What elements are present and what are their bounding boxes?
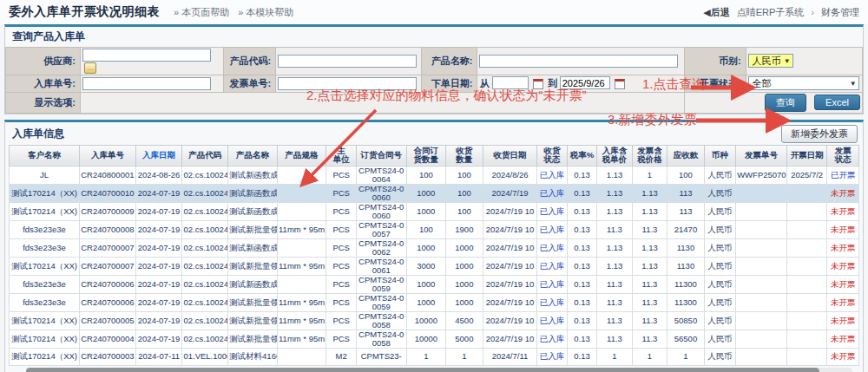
- table-row[interactable]: fds3e23e3eCR2407000072024-07-1902.cs.100…: [10, 238, 859, 257]
- table-cell: 已入库: [537, 348, 567, 365]
- excel-button[interactable]: Excel: [814, 95, 860, 110]
- column-header[interactable]: 入库含 税单价: [597, 145, 632, 166]
- column-header[interactable]: 入库日期: [135, 145, 182, 166]
- column-header[interactable]: 税率%: [567, 145, 596, 166]
- column-header[interactable]: 开票日期: [786, 145, 827, 166]
- column-header[interactable]: 合同订 货数量: [406, 145, 446, 166]
- add-outsourced-invoice-button[interactable]: 新增委外发票: [781, 125, 858, 143]
- table-row[interactable]: 测试170214（XX)CR2407000102024-07-1902.cs.1…: [10, 184, 859, 202]
- page-help-link[interactable]: » 本页面帮助: [174, 6, 229, 19]
- table-cell: 0.13: [567, 202, 596, 220]
- chevron-down-icon: ▼: [784, 57, 791, 65]
- table-row[interactable]: 测试170214（XX)CR2407000042024-07-1902.cs.1…: [10, 330, 859, 348]
- lookup-icon[interactable]: …: [84, 62, 96, 74]
- column-header[interactable]: 收货日期: [483, 145, 537, 166]
- column-header[interactable]: 收货 数量: [446, 145, 483, 166]
- table-cell: 2024/7/19 10: [483, 257, 537, 275]
- table-cell: 人民币: [704, 330, 735, 348]
- table-cell: 1: [597, 348, 632, 365]
- table-cell: 测试新批量领: [228, 220, 278, 238]
- table-cell: [736, 257, 787, 275]
- table-cell: [736, 275, 787, 293]
- table-cell: 2024-07-19: [135, 202, 182, 220]
- table-cell: 02.cs.100241: [182, 275, 228, 293]
- table-cell: 2024-07-19: [135, 330, 182, 348]
- horizontal-scrollbar[interactable]: [26, 368, 852, 372]
- table-cell: 已入库: [537, 202, 567, 220]
- breadcrumb-system[interactable]: 点睛ERP子系统: [737, 6, 805, 19]
- inbound-no-input[interactable]: [82, 77, 211, 90]
- table-cell: 未开票: [827, 184, 859, 202]
- table-cell: 4500: [446, 311, 483, 330]
- table-cell: 人民币: [704, 275, 735, 293]
- annotation-step2: 2.点击选择对应的物料信息，确认状态为“未开票”: [306, 88, 587, 104]
- column-header[interactable]: 发票 状态: [827, 145, 859, 166]
- table-row[interactable]: JLCR2408000012024-08-2602.cs.100241测试新函数…: [10, 166, 859, 184]
- table-cell: 1: [632, 166, 667, 184]
- module-help-link[interactable]: » 本模块帮助: [238, 6, 293, 19]
- table-cell: 1.13: [597, 238, 632, 257]
- supplier-input[interactable]: [82, 49, 211, 62]
- column-header[interactable]: 产品代码: [182, 145, 228, 166]
- table-cell: 5000: [446, 330, 483, 348]
- table-cell: 未开票: [827, 275, 859, 293]
- product-name-input[interactable]: [479, 55, 678, 68]
- back-button[interactable]: ◀后退: [703, 6, 729, 19]
- table-row[interactable]: fds3e23e3eCR2407000082024-07-1902.cs.100…: [10, 220, 859, 238]
- product-code-input[interactable]: [278, 55, 416, 68]
- table-cell: [277, 202, 326, 220]
- table-cell: 未开票: [827, 330, 859, 348]
- table-cell: 2024-08-26: [135, 166, 182, 184]
- column-header[interactable]: 应收款: [667, 145, 705, 166]
- table-cell: 1: [446, 348, 483, 365]
- table-cell: 1.13: [597, 184, 632, 202]
- column-header[interactable]: 币种: [704, 145, 735, 166]
- table-cell: 11mm * 95m: [277, 220, 326, 238]
- search-button[interactable]: 查询: [765, 94, 806, 112]
- column-header[interactable]: 发票含 税价格: [632, 145, 667, 166]
- table-cell: [277, 275, 326, 293]
- table-cell: 11.3: [597, 275, 632, 293]
- table-cell: 人民币: [704, 202, 735, 220]
- scrollbar-thumb[interactable]: [26, 368, 819, 372]
- table-row[interactable]: 测试170214（XX)CR2407000092024-07-1902.cs.1…: [10, 202, 859, 220]
- table-cell: fds3e23e3e: [10, 275, 80, 293]
- column-header[interactable]: 订货合同号: [356, 145, 406, 166]
- currency-select[interactable]: 人民币 ▼: [748, 54, 793, 68]
- annotation-step1: 1.点击查询: [642, 76, 706, 93]
- table-cell: 0.13: [567, 257, 596, 275]
- table-cell: 测试新批量领: [228, 293, 278, 311]
- column-header[interactable]: 主 单位: [326, 145, 356, 166]
- column-header[interactable]: 产品名称: [228, 145, 278, 166]
- table-row[interactable]: fds3e23e3eCR2407000062024-07-1902.cs.100…: [10, 293, 859, 311]
- column-header[interactable]: 发票单号: [736, 145, 787, 166]
- breadcrumb-module[interactable]: 财务管理: [821, 6, 859, 19]
- column-header[interactable]: 入库单号: [79, 145, 135, 166]
- column-header[interactable]: 收货 状态: [537, 145, 567, 166]
- table-cell: PCS: [326, 166, 356, 184]
- inbound-table: 客户名称入库单号入库日期产品代码产品名称产品规格主 单位订货合同号合同订 货数量…: [9, 145, 859, 366]
- column-header[interactable]: 产品规格: [277, 145, 326, 166]
- table-cell: PCS: [326, 293, 356, 311]
- table-row[interactable]: 测试170214（XX)CR2407000052024-07-1902.cs.1…: [10, 311, 859, 330]
- invoice-status-select[interactable]: 全部 ▼: [748, 76, 859, 90]
- table-cell: 已入库: [537, 311, 567, 330]
- table-cell: M2: [326, 348, 356, 365]
- inbound-no-label: 入库单号:: [6, 75, 81, 92]
- table-row[interactable]: 测试170214（XX)CR2407000072024-07-1902.cs.1…: [10, 257, 859, 275]
- table-cell: PCS: [326, 184, 356, 202]
- breadcrumb-separator: ›: [811, 7, 814, 17]
- table-cell: 已入库: [537, 238, 567, 257]
- calendar-icon[interactable]: [615, 79, 625, 89]
- table-cell: 1.13: [597, 202, 632, 220]
- table-cell: 已入库: [537, 166, 567, 184]
- table-row[interactable]: fds3e23e3eCR2407000062024-07-1902.cs.100…: [10, 275, 859, 293]
- table-cell: 1130: [667, 257, 705, 275]
- table-cell: 1000: [406, 238, 446, 257]
- table-cell: 测试170214（XX): [10, 202, 80, 220]
- table-cell: 11.3: [632, 330, 667, 348]
- table-cell: CR240700006: [79, 275, 135, 293]
- table-cell: 已开票: [827, 166, 859, 184]
- column-header[interactable]: 客户名称: [10, 145, 80, 166]
- table-row[interactable]: 测试170214（XX)CR2407000032024-07-1101.VEL.…: [10, 348, 859, 365]
